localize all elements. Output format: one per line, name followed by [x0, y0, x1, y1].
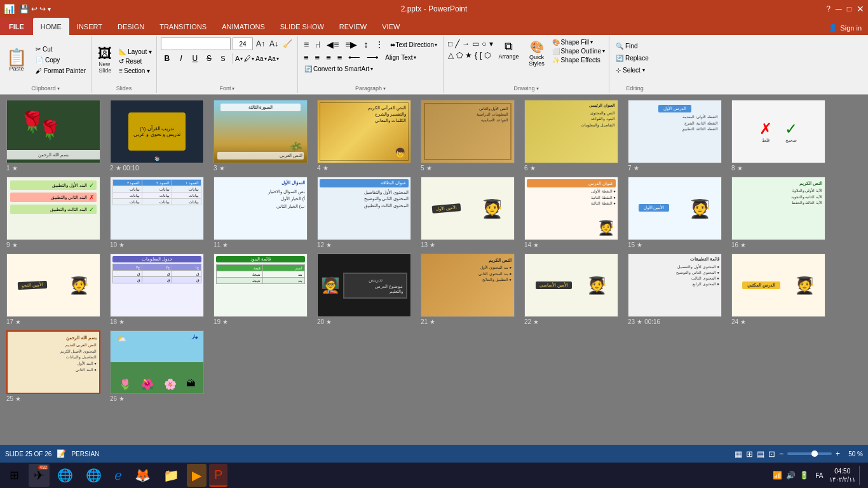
justify-btn[interactable]: ≡: [336, 52, 344, 63]
save-icon[interactable]: 💾: [19, 4, 29, 14]
convert-smartart-btn[interactable]: 🔄Convert to SmartArt▾: [302, 65, 376, 73]
taskbar-app-telegram[interactable]: ✈ 492: [29, 464, 50, 487]
slide-item-1[interactable]: 🌹 🌹 بسم الله الرحمن 1★: [6, 100, 105, 172]
change-case-btn[interactable]: Aa▾: [268, 55, 279, 62]
customize-icon[interactable]: ▾: [48, 6, 51, 13]
tab-animations[interactable]: ANIMATIONS: [214, 18, 273, 35]
taskbar-app-firefox[interactable]: 🦊: [130, 464, 156, 487]
select-button[interactable]: ⊹Select▾: [613, 65, 656, 75]
arrow-shape[interactable]: →: [461, 39, 470, 49]
cut-button[interactable]: ✂Cut: [33, 44, 88, 54]
decrease-font-btn[interactable]: A↓: [268, 39, 280, 49]
pentagon-shape[interactable]: ⬠: [456, 50, 463, 60]
slide-item-26[interactable]: 🌷 🌺 🌸 🏔 ⛅ بهار 26★: [110, 330, 208, 402]
section-button[interactable]: ≡Section ▾: [117, 67, 154, 75]
triangle-shape[interactable]: △: [447, 50, 454, 60]
slide-item-6[interactable]: العنوان الرئيسي النص والمحتوىالبنود والق…: [524, 100, 623, 172]
reset-button[interactable]: ↺Reset: [117, 57, 154, 65]
rtl-btn[interactable]: ⟵: [346, 52, 362, 63]
increase-font-btn[interactable]: A↑: [255, 39, 266, 49]
decrease-indent-btn[interactable]: ◀≡: [325, 39, 341, 50]
slide-show-btn[interactable]: ⊡: [768, 449, 775, 459]
clear-format-btn[interactable]: 🧹: [281, 39, 294, 49]
reading-view-btn[interactable]: ▤: [757, 449, 764, 459]
line-shape[interactable]: ╱: [454, 39, 460, 49]
bracket-shape[interactable]: [: [479, 50, 482, 60]
find-button[interactable]: 🔍Find: [613, 41, 656, 51]
ltr-btn[interactable]: ⟶: [365, 52, 381, 63]
replace-button[interactable]: 🔄Replace: [613, 53, 656, 63]
close-btn[interactable]: ✕: [857, 4, 864, 14]
slide-item-13[interactable]: الأمين الأول 🧑‍🎓 13★: [421, 177, 519, 248]
slide-sorter-btn[interactable]: ⊞: [746, 449, 753, 459]
rounded-rect-shape[interactable]: ▭: [471, 39, 480, 49]
arrange-button[interactable]: ⧉ Arrange: [496, 39, 522, 61]
show-desktop-btn[interactable]: [859, 466, 863, 485]
slide-item-19[interactable]: قائمة البنود اسمقيمة بندنتيجة بندنتيجة 1…: [214, 254, 312, 325]
slide-item-18[interactable]: جدول المعلومات ع١ع٢ع٣ ققق ققق 18★: [110, 254, 208, 325]
slide-item-11[interactable]: السؤال الأول نص السؤال والاختيار أ) الخي…: [214, 177, 312, 248]
minimize-btn[interactable]: ─: [836, 4, 842, 14]
align-text-btn[interactable]: Align Text▾: [383, 53, 417, 62]
font-color-btn[interactable]: A▾: [235, 55, 243, 62]
rect-shape[interactable]: □: [447, 39, 453, 49]
shape-more-btn[interactable]: ▾: [489, 39, 494, 49]
numbering-btn[interactable]: ⑁: [313, 39, 322, 50]
oval-shape[interactable]: ○: [481, 39, 487, 49]
increase-indent-btn[interactable]: ≡▶: [343, 39, 359, 50]
copy-button[interactable]: 📄Copy: [33, 55, 88, 65]
normal-view-btn[interactable]: ▦: [735, 449, 742, 459]
align-left-btn[interactable]: ≡: [302, 52, 311, 63]
strikethrough-btn[interactable]: S: [203, 52, 215, 65]
slide-item-14[interactable]: عنوان الدرس ● النقطة الأولى ● النقطة الث…: [524, 177, 623, 248]
slide-item-3[interactable]: السورة الثالثة 🌴 النص العربي 3★: [214, 100, 312, 172]
char-spacing-btn[interactable]: Aa▾: [255, 55, 266, 62]
paste-button[interactable]: 📋 Paste: [3, 48, 31, 73]
slide-item-15[interactable]: الأمين الأول 🧑‍🎓 15★: [628, 177, 726, 248]
help-btn[interactable]: ?: [826, 4, 831, 13]
tab-review[interactable]: REVIEW: [332, 18, 374, 35]
slide-item-9[interactable]: ✓البند الأول والتطبيق ✗البند الثاني والت…: [6, 177, 105, 248]
shape-outline-button[interactable]: ⬜Shape Outline▾: [552, 48, 605, 55]
slide-item-17[interactable]: الأمين النحو 🧑‍🎓 17★: [6, 254, 105, 325]
lang-indicator[interactable]: FA: [813, 471, 825, 480]
zoom-in-btn[interactable]: +: [836, 449, 840, 458]
columns-btn[interactable]: ⋮: [373, 39, 386, 50]
brace-shape[interactable]: {: [474, 50, 478, 60]
slide-item-20[interactable]: 🧑‍🏫 تدریس موضوع الدرس والتعليم 20★: [317, 254, 416, 325]
sign-in-btn[interactable]: 👤 Sign in: [822, 20, 868, 35]
quick-styles-button[interactable]: 🎨 Quick Styles: [524, 39, 550, 68]
bullets-btn[interactable]: ≡: [302, 39, 311, 50]
slide-item-12[interactable]: عنوان البطاقة المحتوى الأول والتفاصيل ال…: [317, 177, 416, 248]
custom-shape[interactable]: ⬡: [484, 50, 491, 60]
slide-item-8[interactable]: ✗ غلط ✓ صحیح 8★: [731, 100, 830, 172]
slide-item-23[interactable]: قائمة التطبيقات ● المحتوى الأول والتفصيل…: [628, 254, 726, 325]
line-spacing-btn[interactable]: ↕: [362, 39, 370, 50]
slide-item-22[interactable]: الأمين الأساسي 🧑‍🎓 22★: [524, 254, 623, 325]
notes-btn[interactable]: 📝: [57, 449, 66, 458]
font-size-input[interactable]: [233, 37, 253, 50]
bold-btn[interactable]: B: [161, 52, 173, 65]
slide-item-2[interactable]: تدریب القرآن (۱)تدریس و نحوی و عربی 📚 2★…: [110, 100, 208, 172]
start-button[interactable]: ⊞: [1, 464, 27, 487]
maximize-btn[interactable]: □: [847, 4, 851, 13]
taskbar-app-browser2[interactable]: 🌐: [81, 464, 107, 487]
italic-btn[interactable]: I: [175, 52, 187, 65]
slide-item-10[interactable]: العمود ١العمود ٢العمود ٣ بياناتبياناتبيا…: [110, 177, 208, 248]
taskbar-app-powerpoint[interactable]: P: [209, 464, 227, 487]
align-right-btn[interactable]: ≡: [324, 52, 333, 63]
align-center-btn[interactable]: ≡: [313, 52, 322, 63]
taskbar-app-filemanager[interactable]: 📁: [158, 464, 184, 487]
taskbar-app-ie[interactable]: ℯ: [109, 464, 127, 487]
shadow-btn[interactable]: S: [217, 52, 229, 65]
slide-item-24[interactable]: الدرس المكتبي 🧑‍🎓 24★: [731, 254, 830, 325]
tab-slideshow[interactable]: SLIDE SHOW: [273, 18, 332, 35]
tab-design[interactable]: DESIGN: [110, 18, 152, 35]
new-slide-button[interactable]: 🖼 NewSlide: [94, 46, 116, 75]
slide-item-4[interactable]: النص القرآني الكريم والتفسير والشرح الكل…: [317, 100, 416, 172]
underline-btn[interactable]: U: [189, 52, 201, 65]
tab-transitions[interactable]: TRANSITIONS: [152, 18, 214, 35]
shape-effects-button[interactable]: ✨Shape Effects: [552, 57, 605, 64]
redo-icon[interactable]: ↪: [39, 4, 46, 13]
text-direction-btn[interactable]: ⬌Text Direction▾: [388, 41, 440, 49]
